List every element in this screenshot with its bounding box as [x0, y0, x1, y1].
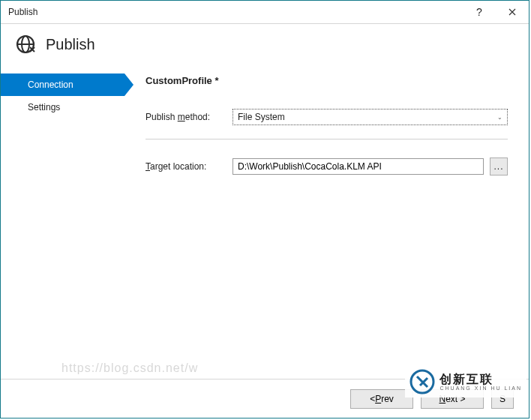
publish-method-row: Publish method: File System ⌄: [146, 109, 508, 125]
overflow-button[interactable]: S: [491, 389, 514, 409]
publish-dialog: Publish ? Publish Connection Settings Cu…: [0, 0, 530, 418]
close-icon: [508, 8, 516, 16]
target-location-row: Target location: ...: [146, 158, 508, 176]
target-location-label: Target location:: [146, 161, 232, 172]
close-button[interactable]: [496, 1, 529, 23]
header: Publish: [1, 24, 529, 69]
sidebar-item-settings[interactable]: Settings: [1, 96, 124, 118]
titlebar: Publish ?: [1, 1, 529, 24]
sidebar: Connection Settings: [1, 69, 124, 379]
publish-method-label: Publish method:: [146, 112, 232, 122]
profile-title: CustomProfile *: [146, 75, 508, 86]
content-panel: CustomProfile * Publish method: File Sys…: [124, 69, 529, 379]
footer: < Prev Next > S: [1, 379, 529, 418]
publish-method-select[interactable]: File System ⌄: [232, 109, 508, 125]
target-location-input[interactable]: [232, 158, 484, 175]
publish-method-value: File System: [238, 112, 285, 122]
publish-globe-icon: [16, 34, 35, 54]
sidebar-item-connection[interactable]: Connection: [1, 74, 124, 96]
header-title: Publish: [46, 36, 95, 53]
window-title: Publish: [8, 7, 463, 17]
prev-button[interactable]: < Prev: [350, 389, 413, 409]
browse-button[interactable]: ...: [490, 158, 508, 176]
help-button[interactable]: ?: [463, 1, 496, 23]
chevron-down-icon: ⌄: [497, 114, 502, 121]
divider: [146, 139, 508, 140]
next-button[interactable]: Next >: [421, 389, 484, 409]
